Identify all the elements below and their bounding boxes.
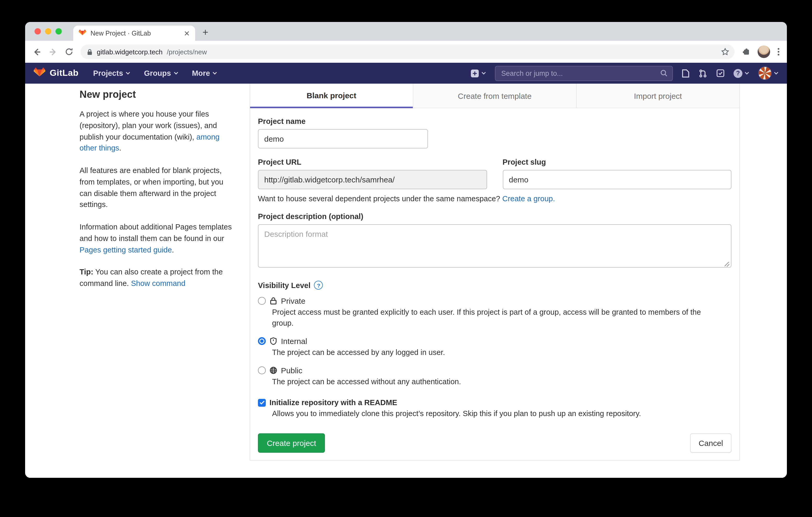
gitlab-navbar: GitLab Projects Groups More — [25, 63, 787, 84]
browser-toolbar: gitlab.widgetcorp.tech/projects/new — [25, 41, 787, 63]
padlock-icon — [87, 48, 93, 55]
create-a-group-link[interactable]: Create a group. — [502, 194, 555, 203]
tab-blank-project[interactable]: Blank project — [250, 84, 413, 108]
sidebar-tip: Tip: You can also create a project from … — [80, 267, 232, 290]
new-tab-icon[interactable]: + — [202, 27, 208, 37]
kebab-menu-icon[interactable] — [778, 48, 780, 56]
user-menu[interactable] — [758, 66, 779, 80]
url-host: gitlab.widgetcorp.tech — [97, 48, 163, 56]
issues-icon[interactable] — [682, 69, 690, 78]
sidebar-paragraph-1: A project is where you house your files … — [80, 109, 232, 154]
description-textarea-wrap — [258, 224, 731, 270]
user-avatar — [758, 66, 772, 80]
browser-tab-strip: New Project · GitLab ✕ + — [25, 22, 787, 41]
plus-menu-icon — [470, 69, 479, 78]
create-project-button[interactable]: Create project — [258, 433, 325, 453]
back-icon[interactable] — [32, 47, 41, 56]
browser-tab[interactable]: New Project · GitLab ✕ — [73, 26, 195, 41]
readme-option: Initialize repository with a README Allo… — [258, 398, 731, 419]
address-bar[interactable]: gitlab.widgetcorp.tech/projects/new — [81, 44, 734, 59]
minimize-window-button[interactable] — [45, 28, 51, 34]
project-url-label: Project URL — [258, 158, 487, 166]
cancel-button[interactable]: Cancel — [690, 433, 731, 453]
readme-checkbox[interactable] — [258, 399, 266, 406]
project-description-label: Project description (optional) — [258, 212, 731, 221]
form-actions: Create project Cancel — [258, 433, 731, 453]
chevron-down-icon — [745, 71, 749, 75]
tab-title: New Project · GitLab — [90, 30, 184, 37]
chevron-down-icon — [213, 71, 218, 75]
reload-icon[interactable] — [65, 48, 73, 56]
forward-icon[interactable] — [49, 47, 58, 56]
chevron-down-icon — [481, 71, 486, 75]
private-description: Project access must be granted explicitl… — [272, 307, 722, 329]
bookmark-star-icon[interactable] — [721, 48, 729, 56]
project-slug-label: Project slug — [502, 158, 731, 166]
sidebar-paragraph-2: All features are enabled for blank proje… — [80, 165, 232, 211]
help-menu[interactable]: ? — [733, 69, 749, 78]
help-icon: ? — [733, 69, 743, 78]
tab-import-project[interactable]: Import project — [576, 84, 739, 108]
browser-profile-avatar[interactable] — [758, 45, 770, 58]
window-controls — [34, 28, 62, 34]
pages-guide-link[interactable]: Pages getting started guide — [80, 245, 172, 254]
internal-radio[interactable] — [258, 337, 266, 345]
blank-project-form: Project name Project URL Project slug Wa… — [250, 108, 739, 460]
gitlab-brand[interactable]: GitLab — [33, 67, 79, 79]
public-description: The project can be accessed without any … — [272, 376, 722, 387]
nav-more[interactable]: More — [192, 69, 218, 78]
close-window-button[interactable] — [34, 28, 41, 34]
chevron-down-icon — [774, 71, 779, 75]
nav-groups[interactable]: Groups — [144, 69, 178, 78]
internal-description: The project can be accessed by any logge… — [272, 347, 722, 358]
tab-create-from-template[interactable]: Create from template — [413, 84, 576, 108]
zoom-window-button[interactable] — [55, 28, 62, 34]
project-url-input[interactable] — [258, 170, 487, 189]
project-name-input[interactable] — [258, 129, 428, 149]
sidebar-paragraph-3: Information about additional Pages templ… — [80, 222, 232, 256]
url-path: /projects/new — [167, 48, 207, 56]
chevron-down-icon — [174, 71, 178, 75]
visibility-level-label: Visibility Level — [258, 281, 311, 290]
close-icon[interactable]: ✕ — [184, 30, 190, 37]
visibility-option-private: Private Project access must be granted e… — [258, 296, 731, 329]
question-mark-icon[interactable]: ? — [314, 281, 323, 290]
gitlab-brand-name: GitLab — [50, 68, 79, 79]
new-project-sidebar: New project A project is where you house… — [80, 84, 232, 301]
screenshot-stage: New Project · GitLab ✕ + gitlab.widgetco… — [0, 0, 812, 517]
visibility-option-public: Public The project can be accessed witho… — [258, 366, 731, 387]
todo-icon[interactable] — [716, 69, 725, 78]
global-search[interactable] — [495, 66, 673, 81]
url-slug-row: Project URL Project slug — [258, 158, 731, 189]
lock-icon — [269, 297, 277, 305]
page-title: New project — [80, 89, 232, 100]
browser-window: New Project · GitLab ✕ + gitlab.widgetco… — [25, 22, 787, 478]
visibility-level-header: Visibility Level ? — [258, 281, 731, 290]
search-icon — [660, 69, 668, 77]
new-project-panel: Blank project Create from template Impor… — [250, 84, 740, 460]
new-menu[interactable] — [470, 69, 486, 78]
namespace-helper: Want to house several dependent projects… — [258, 194, 731, 203]
nav-projects[interactable]: Projects — [93, 69, 130, 78]
shield-icon — [269, 337, 277, 345]
project-slug-input[interactable] — [502, 170, 731, 189]
show-command-link[interactable]: Show command — [131, 279, 185, 287]
check-icon — [259, 400, 264, 405]
internal-label: Internal — [281, 337, 307, 345]
public-label: Public — [281, 366, 302, 375]
page-content: New project A project is where you house… — [25, 84, 787, 478]
gitlab-favicon — [79, 29, 86, 37]
private-radio[interactable] — [258, 297, 266, 305]
private-label: Private — [281, 296, 305, 305]
search-input[interactable] — [500, 69, 657, 78]
extensions-puzzle-icon[interactable] — [742, 48, 750, 56]
tip-label: Tip: — [80, 268, 93, 276]
merge-request-icon[interactable] — [698, 69, 707, 78]
project-type-tabs: Blank project Create from template Impor… — [250, 84, 739, 108]
gitlab-tanuki-logo — [33, 67, 46, 79]
project-description-textarea[interactable] — [258, 224, 731, 268]
globe-icon — [269, 366, 277, 374]
public-radio[interactable] — [258, 366, 266, 374]
readme-label: Initialize repository with a README — [269, 398, 397, 407]
chevron-down-icon — [126, 71, 130, 75]
